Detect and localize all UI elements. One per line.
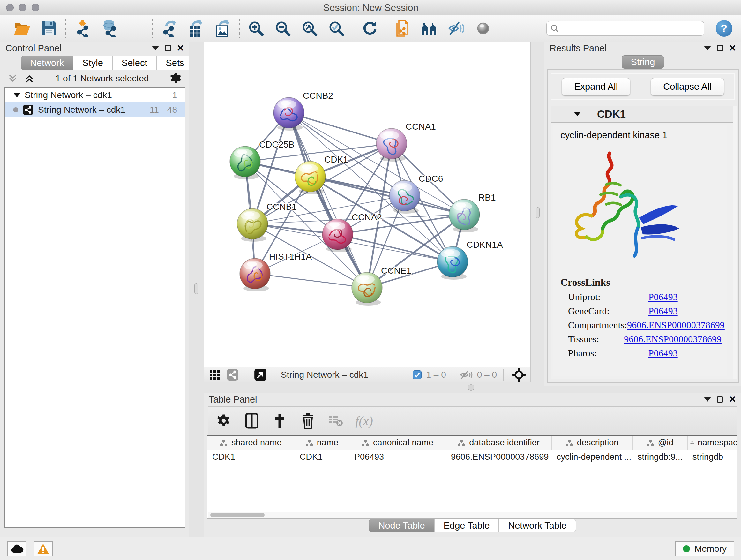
delete-table-icon[interactable] [328,413,344,428]
tab-network-table[interactable]: Network Table [499,519,576,532]
network-options-gear-icon[interactable] [170,72,182,85]
grid-mode-icon[interactable] [208,368,221,381]
right-splitter[interactable] [531,42,545,382]
left-splitter-handle[interactable] [194,283,198,294]
node-CCNB2[interactable]: CCNB2 [273,91,333,131]
string-import-icon[interactable] [394,19,412,38]
zoom-selected-region-icon[interactable] [327,19,346,38]
column-header-description[interactable]: description [551,436,632,450]
panel-collapse-icon[interactable] [704,46,711,51]
zoom-out-icon[interactable] [273,19,292,38]
network-overview-share-icon[interactable] [226,368,239,381]
collapse-all-chevron-icon[interactable] [7,74,18,83]
hidden-eye-slash-icon[interactable] [459,369,473,380]
export-image-icon[interactable] [213,19,232,38]
export-network-icon[interactable] [160,19,179,38]
table-cell[interactable]: CDK1 [207,450,294,464]
panel-close-icon[interactable]: ✕ [729,44,736,53]
column-header-canonical-name[interactable]: canonical name [349,436,446,450]
expand-all-chevron-icon[interactable] [24,74,35,83]
node-CCNB1[interactable]: CCNB1 [237,202,297,242]
cybrowser-home-icon[interactable] [420,19,439,38]
panel-close-icon[interactable]: ✕ [729,395,736,404]
panel-float-icon[interactable] [717,396,723,402]
network-row[interactable]: String Network – cdk1 11 48 [5,103,185,117]
column-header--id[interactable]: @id [632,436,687,450]
right-splitter-handle[interactable] [536,207,540,218]
panel-collapse-icon[interactable] [704,397,711,401]
panel-collapse-icon[interactable] [152,46,159,51]
network-graph[interactable]: CCNB2CCNA1CDC25BCDK1CDC6RB1CCNB1CCNA2CDK… [204,42,531,367]
cloud-status-button[interactable] [7,542,26,556]
apply-preferred-layout-icon[interactable] [360,19,379,38]
crosslink-link[interactable]: P06493 [649,292,678,302]
crosslink-link[interactable]: 9606.ENSP00000378699 [624,334,722,345]
detach-view-icon[interactable] [253,368,267,382]
crosslink-link[interactable]: P06493 [649,306,678,316]
table-row[interactable]: CDK1CDK1P064939606.ENSP00000378699cyclin… [207,450,738,464]
column-header-name[interactable]: name [294,436,349,450]
table-cell[interactable]: 9606.ENSP00000378699 [446,450,551,464]
import-network-from-file-icon[interactable] [73,19,91,38]
save-session-icon[interactable] [40,19,58,38]
table-hscrollbar-thumb[interactable] [210,513,265,517]
collapse-all-button[interactable]: Collapse All [651,78,724,96]
column-header-shared-name[interactable]: shared name [207,436,294,450]
zoom-in-icon[interactable] [247,19,265,38]
tab-style[interactable]: Style [73,56,112,70]
table-cell[interactable]: cyclin-dependent ... [551,450,632,464]
edge-HIST1H1A-CCNE1[interactable] [255,273,367,288]
selected-nodes-checkbox-icon[interactable] [413,370,421,379]
pan-crosshair-icon[interactable] [510,368,526,382]
function-builder-icon[interactable]: f(x) [356,413,372,428]
table-hscrollbar[interactable] [208,512,737,517]
network-canvas[interactable]: CCNB2CCNA1CDC25BCDK1CDC6RB1CCNB1CCNA2CDK… [204,42,531,382]
crosslink-link[interactable]: P06493 [649,348,678,359]
show-column-icon[interactable] [244,413,259,428]
tab-node-table[interactable]: Node Table [369,519,434,532]
create-column-icon[interactable] [272,413,287,428]
tab-string[interactable]: String [622,55,664,69]
node-CCNE1[interactable]: CCNE1 [352,266,411,306]
table-settings-gear-icon[interactable] [216,413,231,428]
import-table-from-file-icon[interactable] [127,19,145,38]
node-CDK1[interactable]: CDK1 [295,154,348,194]
delete-column-icon[interactable] [300,413,316,428]
node-CDKN1A[interactable]: CDKN1A [437,240,503,280]
table-cell[interactable]: stringdb [687,450,738,464]
tab-network[interactable]: Network [21,56,73,70]
expand-all-button[interactable]: Expand All [562,78,630,96]
import-network-from-database-icon[interactable] [100,19,118,38]
export-table-icon[interactable] [187,19,205,38]
open-file-icon[interactable] [13,19,31,38]
tab-edge-table[interactable]: Edge Table [434,519,499,532]
results-scrollbar[interactable] [733,106,737,379]
hide-graphics-details-icon[interactable] [447,19,466,38]
search-box[interactable] [546,21,704,36]
search-input[interactable] [562,23,700,33]
tab-sets[interactable]: Sets [156,56,193,70]
edge-CCNB2-CCNA1[interactable] [289,113,392,144]
gene-entry-header[interactable]: CDK1 [551,106,735,123]
table-cell[interactable]: stringdb:9... [632,450,687,464]
node-HIST1H1A[interactable]: HIST1H1A [240,252,312,292]
help-button[interactable]: ? [716,20,732,37]
left-splitter[interactable] [189,42,204,537]
crosslink-link[interactable]: 9606.ENSP00000378699 [627,320,725,330]
column-header-database-identifier[interactable]: database identifier [446,436,551,450]
birds-eye-view-icon[interactable] [474,19,492,38]
node-CCNA1[interactable]: CCNA1 [376,122,436,162]
panel-float-icon[interactable] [165,45,171,51]
entry-collapse-icon[interactable] [574,112,581,116]
column-header-namespace[interactable]: namespace [687,436,738,450]
panel-float-icon[interactable] [717,45,723,51]
node-RB1[interactable]: RB1 [449,192,495,233]
network-collection-row[interactable]: String Network – cdk1 1 [5,88,185,103]
bottom-splitter-handle[interactable] [468,384,474,391]
table-cell[interactable]: CDK1 [294,450,349,464]
tab-select[interactable]: Select [112,56,157,70]
zoom-fit-content-icon[interactable] [300,19,319,38]
collection-expand-icon[interactable] [14,93,20,98]
table-cell[interactable]: P06493 [349,450,446,464]
node-table[interactable]: shared namenamecanonical namedatabase id… [207,435,738,519]
